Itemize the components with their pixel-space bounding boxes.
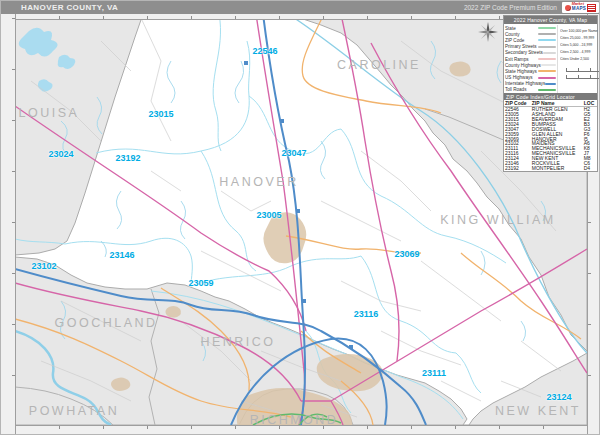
legend-line-sample bbox=[538, 89, 556, 91]
zip-table: ZIP CodeZIP NameLOC22546RUTHER GLENH2230… bbox=[504, 100, 597, 171]
legend-row-label: ZIP Code bbox=[505, 38, 538, 43]
city-class-row: Cities 5,000 - 24,999City bbox=[560, 41, 600, 49]
scale-bars bbox=[560, 64, 600, 84]
grid-ticks-bottom bbox=[15, 426, 587, 429]
logo-globe-icon bbox=[565, 5, 571, 11]
city-class-label: Cities 25,000 - 99,999 bbox=[560, 35, 599, 40]
legend-row-label: Primary Streets bbox=[505, 44, 538, 49]
logo-word2: MAPS bbox=[572, 7, 586, 12]
legend-line-sample bbox=[538, 77, 556, 79]
legend-line-sample bbox=[538, 33, 556, 35]
legend-row-label: State bbox=[505, 26, 538, 31]
border-left bbox=[1, 14, 16, 435]
city-class-label: Over 100,000 per Name bbox=[560, 28, 598, 33]
grid-ticks-left bbox=[12, 18, 15, 425]
legend-line-sample bbox=[541, 64, 556, 66]
map-page: LOUISACAROLINEKING WILLIAMHANOVERGOOCHLA… bbox=[0, 0, 600, 435]
logo-badge bbox=[587, 4, 596, 12]
legend-row-label: County bbox=[505, 32, 538, 37]
city-class-label: Cities Under 2,500 bbox=[560, 56, 600, 61]
zip-table-cell: D4 bbox=[583, 166, 597, 171]
legend-line-sample bbox=[545, 83, 556, 85]
city-class-row: Cities Under 2,500City bbox=[560, 56, 600, 64]
legend-line-sample bbox=[538, 58, 556, 60]
legend-line-sample bbox=[538, 46, 556, 48]
page-title: HANOVER COUNTY, VA bbox=[21, 3, 118, 12]
scale-bar-miles bbox=[566, 68, 600, 72]
legend-right-column: Over 100,000 per NameCityCities 25,000 -… bbox=[557, 25, 600, 93]
legend-row: Toll Roads bbox=[505, 87, 557, 93]
edition-label: 2022 ZIP Code Premium Edition bbox=[464, 4, 557, 11]
legend-line-sample bbox=[538, 70, 556, 72]
legend-line-sample bbox=[538, 39, 556, 41]
legend-header: 2022 Hanover County, VA Map bbox=[504, 16, 597, 24]
city-class-row: Over 100,000 per NameCity bbox=[560, 25, 600, 33]
scale-bar-km bbox=[566, 75, 600, 79]
border-bottom bbox=[1, 425, 600, 435]
city-class-label: Cities 5,000 - 24,999 bbox=[560, 42, 600, 47]
zip-table-row: 23192MONTPELIERD4 bbox=[504, 166, 597, 171]
legend-line-sample bbox=[543, 52, 556, 54]
legend-row-label: US Highways bbox=[505, 75, 538, 80]
legend-row-label: Exit Ramps bbox=[505, 57, 538, 62]
logo-words: Market MAPS bbox=[572, 3, 586, 11]
legend-box: 2022 Hanover County, VA Map StateCountyZ… bbox=[503, 15, 598, 172]
marketmaps-logo: Market MAPS bbox=[562, 2, 599, 13]
legend-body: StateCountyZIP CodePrimary StreetsSecond… bbox=[504, 24, 597, 93]
zip-index-header: ZIP Code Index/Grid Locator bbox=[504, 93, 597, 100]
zip-table-body: 22546RUTHER GLENH223005ASHLANDG523015BEA… bbox=[504, 107, 597, 171]
legend-row-label: Secondary Streets bbox=[505, 50, 543, 55]
city-class-row: Cities 25,000 - 99,999City bbox=[560, 33, 600, 41]
legend-row-label: County Highways bbox=[505, 63, 541, 68]
legend-city-list: Over 100,000 per NameCityCities 25,000 -… bbox=[560, 25, 600, 64]
city-class-row: Cities 2,500 - 4,999City bbox=[560, 48, 600, 56]
compass-rose-icon bbox=[478, 22, 498, 42]
legend-row-label: Toll Roads bbox=[505, 87, 538, 92]
legend-line-sample bbox=[538, 27, 556, 29]
legend-row-label: State Highways bbox=[505, 69, 538, 74]
legend-row-label: Interstate Highways bbox=[505, 81, 545, 86]
zip-table-cell: 23192 bbox=[504, 166, 531, 171]
grid-ticks-top bbox=[15, 16, 587, 19]
city-class-label: Cities 2,500 - 4,999 bbox=[560, 50, 600, 55]
title-bar: HANOVER COUNTY, VA 2022 ZIP Code Premium… bbox=[1, 1, 600, 14]
legend-line-list: StateCountyZIP CodePrimary StreetsSecond… bbox=[505, 25, 557, 93]
zip-table-cell: MONTPELIER bbox=[531, 166, 583, 171]
